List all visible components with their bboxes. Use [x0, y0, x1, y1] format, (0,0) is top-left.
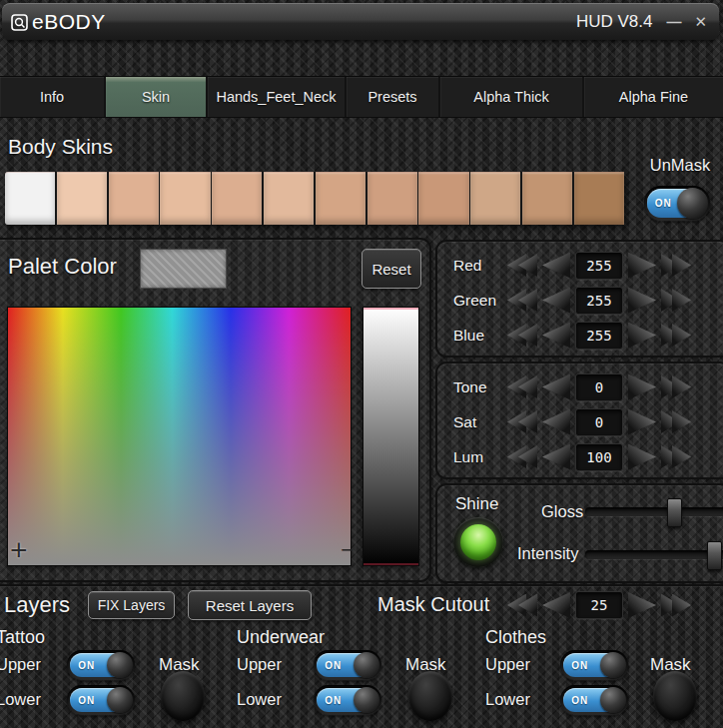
- sat-increase-button[interactable]: [628, 409, 656, 435]
- skin-swatch[interactable]: [470, 172, 520, 225]
- skin-swatch[interactable]: [367, 172, 417, 225]
- tone-increase-button[interactable]: [628, 374, 656, 400]
- gloss-label: Gloss: [541, 502, 583, 521]
- skin-swatch[interactable]: [574, 172, 624, 225]
- green-fast-increase-button[interactable]: [661, 289, 691, 312]
- skin-swatch[interactable]: [109, 172, 159, 225]
- underwear-lower-toggle[interactable]: ON: [314, 685, 381, 715]
- current-color-swatch[interactable]: [140, 249, 227, 289]
- toggle-knob: [354, 652, 379, 678]
- hud-version-label: HUD V8.4: [576, 12, 653, 32]
- skin-swatch[interactable]: [160, 172, 210, 225]
- skin-swatch[interactable]: [264, 172, 314, 225]
- clothes-mask-knob[interactable]: [653, 671, 697, 721]
- skin-swatch[interactable]: [316, 172, 365, 225]
- blue-increase-button[interactable]: [628, 323, 656, 349]
- tone-fast-increase-button[interactable]: [661, 375, 691, 398]
- mask-cutout-decrease-button[interactable]: [542, 592, 570, 618]
- tab-presets[interactable]: Presets: [347, 77, 440, 117]
- underwear-upper-toggle[interactable]: ON: [314, 650, 381, 680]
- shine-panel: Shine Gloss Intensity: [437, 485, 723, 581]
- rgb-panel: Red 255 Green 255: [437, 242, 723, 356]
- gloss-slider-handle[interactable]: [667, 498, 682, 527]
- tab-alpha-fine[interactable]: Alpha Fine: [584, 77, 723, 117]
- tab-skin[interactable]: Skin: [106, 77, 208, 117]
- shine-led-button[interactable]: [453, 517, 503, 567]
- toggle-state-label: ON: [314, 685, 353, 715]
- lum-value[interactable]: 100: [575, 443, 623, 471]
- blue-value[interactable]: 255: [575, 322, 623, 350]
- red-fast-decrease-button[interactable]: [507, 254, 537, 277]
- tattoo-title: Tattoo: [0, 627, 45, 648]
- mask-cutout-value[interactable]: 25: [575, 591, 623, 619]
- intensity-slider[interactable]: [585, 550, 723, 559]
- red-decrease-button[interactable]: [542, 253, 570, 279]
- tattoo-upper-toggle[interactable]: ON: [67, 650, 135, 680]
- title-bar[interactable]: eBODY HUD V8.4 — ✕: [2, 3, 719, 40]
- ebody-logo-icon: [10, 12, 30, 32]
- red-value[interactable]: 255: [575, 252, 623, 280]
- toggle-knob: [107, 687, 133, 713]
- tone-row: Tone 0: [453, 369, 723, 404]
- gloss-slider[interactable]: [585, 507, 723, 516]
- green-increase-button[interactable]: [628, 288, 656, 314]
- toggle-state-label: ON: [67, 650, 106, 680]
- skin-swatch[interactable]: [212, 172, 262, 225]
- sat-value[interactable]: 0: [575, 408, 623, 436]
- tone-fast-decrease-button[interactable]: [507, 375, 537, 398]
- clothes-lower-toggle[interactable]: ON: [560, 685, 628, 715]
- tattoo-lower-label: Lower: [0, 690, 41, 709]
- skin-swatch[interactable]: [522, 172, 572, 225]
- sat-fast-decrease-button[interactable]: [507, 410, 537, 433]
- value-luminance-bar[interactable]: [362, 307, 419, 566]
- tab-hands-feet-neck[interactable]: Hands_Feet_Neck: [208, 77, 347, 117]
- brand-name: eBODY: [32, 10, 106, 34]
- skin-swatch[interactable]: [418, 172, 468, 225]
- picker-cursor-icon[interactable]: +: [10, 535, 28, 565]
- intensity-label: Intensity: [517, 544, 578, 563]
- clothes-upper-toggle[interactable]: ON: [560, 650, 628, 680]
- hue-saturation-picker[interactable]: + −: [7, 307, 352, 566]
- lum-fast-increase-button[interactable]: [661, 445, 691, 468]
- green-decrease-button[interactable]: [542, 288, 570, 314]
- blue-fast-decrease-button[interactable]: [507, 324, 537, 347]
- skin-swatch[interactable]: [57, 172, 107, 225]
- fix-layers-button[interactable]: FIX Layers: [88, 591, 175, 619]
- blue-decrease-button[interactable]: [542, 323, 570, 349]
- reset-color-button[interactable]: Reset: [362, 249, 421, 289]
- tab-info[interactable]: Info: [0, 77, 106, 117]
- minimize-icon[interactable]: —: [666, 14, 680, 29]
- lum-increase-button[interactable]: [628, 444, 656, 470]
- picker-minus-icon[interactable]: −: [341, 539, 354, 561]
- tone-decrease-button[interactable]: [542, 374, 570, 400]
- mask-cutout-increase-button[interactable]: [628, 592, 656, 618]
- mask-cutout-fast-decrease-button[interactable]: [507, 594, 537, 617]
- red-increase-button[interactable]: [628, 253, 656, 279]
- mask-cutout-fast-increase-button[interactable]: [661, 594, 691, 617]
- close-icon[interactable]: ✕: [694, 14, 707, 29]
- toggle-state-label: ON: [67, 685, 106, 715]
- tattoo-lower-toggle[interactable]: ON: [67, 685, 135, 715]
- reset-layers-button[interactable]: Reset Layers: [188, 590, 312, 620]
- skin-swatch[interactable]: [5, 172, 55, 225]
- green-value[interactable]: 255: [575, 287, 623, 315]
- green-label: Green: [453, 292, 507, 310]
- tattoo-mask-knob[interactable]: [161, 671, 205, 721]
- lum-fast-decrease-button[interactable]: [507, 445, 537, 468]
- underwear-lower-label: Lower: [237, 690, 282, 709]
- mask-cutout-label: Mask Cutout: [377, 593, 489, 616]
- lum-row: Lum 100: [453, 439, 723, 474]
- brand: eBODY: [10, 10, 106, 34]
- sat-fast-increase-button[interactable]: [661, 410, 691, 433]
- lum-decrease-button[interactable]: [542, 444, 570, 470]
- tab-alpha-thick[interactable]: Alpha Thick: [440, 77, 584, 117]
- red-fast-increase-button[interactable]: [661, 254, 691, 277]
- underwear-mask-knob[interactable]: [408, 671, 452, 721]
- palet-color-title: Palet Color: [8, 254, 117, 280]
- blue-fast-increase-button[interactable]: [661, 324, 691, 347]
- green-fast-decrease-button[interactable]: [507, 289, 537, 312]
- unmask-toggle[interactable]: ON: [644, 186, 710, 221]
- sat-decrease-button[interactable]: [542, 409, 570, 435]
- intensity-slider-handle[interactable]: [707, 541, 722, 570]
- tone-value[interactable]: 0: [575, 373, 623, 401]
